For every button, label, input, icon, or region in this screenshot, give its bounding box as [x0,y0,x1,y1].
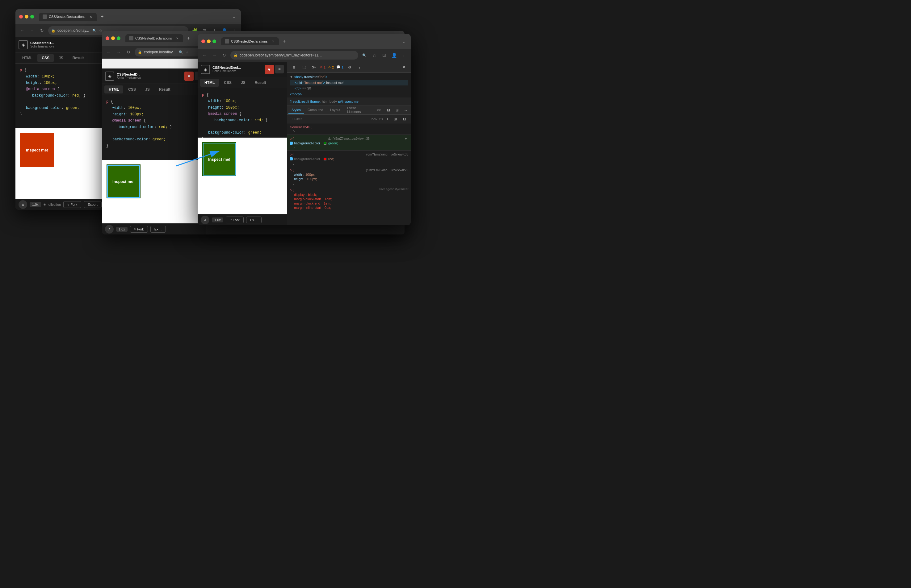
close-button-3[interactable] [201,39,205,43]
tab-html-3[interactable]: HTML [200,79,219,87]
tab-close-btn-1[interactable]: ✕ [89,15,93,19]
new-tab-btn-3[interactable]: + [280,37,289,46]
titlebar-3: CSSNestedDeclarations ✕ + ⌄ [198,34,411,49]
refresh-btn-1[interactable]: ↻ [38,27,46,34]
dt-close-btn-3[interactable]: ✕ [400,63,408,71]
add-style-btn-3[interactable]: + [385,116,390,121]
tab-css-2[interactable]: CSS [124,86,140,94]
back-btn-1[interactable]: ← [18,27,26,34]
maximize-button-1[interactable] [30,15,34,18]
zoom-badge-1[interactable]: 1.0x [30,202,41,207]
ex-btn-3[interactable]: Ex… [246,216,261,223]
window-menu-1[interactable]: ⌄ [231,14,237,19]
tab-js-1[interactable]: JS [54,54,68,62]
dt-cursor-btn-3[interactable]: ⊕ [290,63,298,71]
tab-css-3[interactable]: CSS [220,79,236,87]
tab-html-2[interactable]: HTML [104,86,123,94]
chevron-up-3[interactable]: ∧ [201,216,209,224]
active-tab-3[interactable]: CSSNestedDeclarations ✕ [221,37,279,45]
forward-btn-1[interactable]: → [28,27,36,34]
close-button-2[interactable] [105,36,109,40]
breadcrumb-3: #result.result-iframe. html body p#inspe… [287,97,411,105]
add-prop-btn-3a[interactable]: + [403,136,408,141]
forward-btn-2[interactable]: → [115,48,122,56]
maximize-button-3[interactable] [212,39,216,43]
checkbox-3a[interactable] [290,142,293,145]
dt-tab-styles-3[interactable]: Styles [289,107,304,113]
active-tab-1[interactable]: CSSNestedDeclarations ✕ [39,13,97,21]
zoom-badge-3[interactable]: 1.0x [212,218,223,223]
close-button-1[interactable] [19,15,23,18]
tab-favicon-3 [225,39,229,44]
dt-more-panels-3[interactable]: ≫ [310,63,318,71]
tab-result-3[interactable]: Result [250,79,271,87]
ex-btn-2[interactable]: Ex… [151,226,166,233]
chevron-up-1[interactable]: ∧ [18,200,27,209]
dt-tab-events-3[interactable]: Event Listeners [344,105,373,115]
fork-btn-2[interactable]: ⑂ Fork [130,226,148,233]
profile-btn-3[interactable]: 👤 [390,52,398,59]
address-bar-row-3: ← → ↻ 🔒 codepen.io/sofiayem/pen/yLmYEmZ?… [198,49,411,62]
tab-css-1[interactable]: CSS [37,54,54,62]
zoom-badge-2[interactable]: 1.0x [116,227,128,232]
share-btn-3[interactable]: ⊡ [381,52,388,59]
dt-tab-more-3[interactable]: >> [374,107,384,113]
tab-close-btn-2[interactable]: ✕ [175,36,180,40]
tree-row: ▼ <body translate="no"> [290,74,408,80]
w3-content: ◈ CSSNestedDecl... Sofia Emelianova ♥ ≡ … [198,62,411,225]
back-btn-3[interactable]: ← [201,52,208,59]
star-btn-3[interactable]: ☆ [371,52,378,59]
tab-title-1: CSSNestedDeclarations [49,15,86,18]
dt-tab-computed-3[interactable]: Computed [305,107,326,113]
dt-tab-layout-3[interactable]: Layout [327,107,344,113]
back-btn-2[interactable]: ← [105,48,112,56]
copy-btn-3[interactable]: ⊡ [401,115,408,123]
tab-result-1[interactable]: Result [68,54,88,62]
chrome-menu-btn-3[interactable]: ⋮ [400,52,408,59]
minimize-button-3[interactable] [207,39,211,43]
dt-mobile-btn-3[interactable]: ⬚ [300,63,308,71]
style-section-red-3: p { yLmYEmZ?ano…ue&view=:33 background-c… [287,150,411,166]
chevron-up-2[interactable]: ∧ [105,225,113,234]
code-area-3: p { width: 100px; height: 100px; @media … [198,88,287,137]
export-btn-1[interactable]: Export [84,201,102,208]
add-rule-btn-3[interactable]: ⊞ [392,115,399,123]
pen-author-3: Sofia Emelianova [212,69,241,73]
dt-error-badge-3: ✕ 1 [320,65,326,69]
codepen-logo-3: ◈ [201,65,210,74]
address-input-3[interactable]: 🔒 codepen.io/sofiayem/pen/yLmYEmZ?editor… [230,51,358,60]
forward-btn-3[interactable]: → [211,52,218,59]
dt-settings-btn-3[interactable]: ⚙ [346,63,353,71]
heart-btn-2[interactable]: ♥ [184,71,194,81]
dt-style-btn-3c[interactable]: ↔ [402,107,410,114]
tab-html-1[interactable]: HTML [18,54,37,62]
new-tab-btn-2[interactable]: + [184,34,193,43]
minimize-button-1[interactable] [25,15,28,18]
tab-close-btn-3[interactable]: ✕ [271,39,275,44]
tab-js-2[interactable]: JS [141,86,154,94]
collection-label-1: ollection [49,203,61,207]
refresh-btn-3[interactable]: ↻ [220,52,228,59]
dt-more-btn-3[interactable]: ⋮ [356,63,363,71]
dt-style-btn-3b[interactable]: ⊞ [394,107,401,114]
tab-result-2[interactable]: Result [155,86,175,94]
tab-js-3[interactable]: JS [237,79,250,87]
tab-title-2: CSSNestedDeclarations [135,36,172,40]
fork-btn-3[interactable]: ⑂ Fork [226,216,244,223]
fork-btn-1[interactable]: ⑂ Fork [63,201,81,208]
maximize-button-2[interactable] [117,36,120,40]
dt-style-btn-3a[interactable]: ⊟ [385,107,392,114]
checkbox-3b[interactable] [290,157,293,160]
swatch-green-3 [324,142,326,145]
hamburger-btn-3[interactable]: ≡ [275,65,284,73]
active-tab-2[interactable]: CSSNestedDeclarations ✕ [125,34,183,42]
collection-text-1: ◈ [44,202,46,207]
minimize-button-2[interactable] [111,36,115,40]
zoom-btn-3[interactable]: 🔍 [361,52,368,59]
new-tab-btn-1[interactable]: + [98,12,107,21]
refresh-btn-2[interactable]: ↻ [125,48,132,56]
pen-title-3: CSSNestedDecl... [212,66,241,69]
style-section-ua-3: p { user agent stylesheet display : bloc… [287,186,411,211]
heart-btn-3[interactable]: ♥ [265,65,274,74]
window-menu-3[interactable]: ⌄ [401,39,407,44]
